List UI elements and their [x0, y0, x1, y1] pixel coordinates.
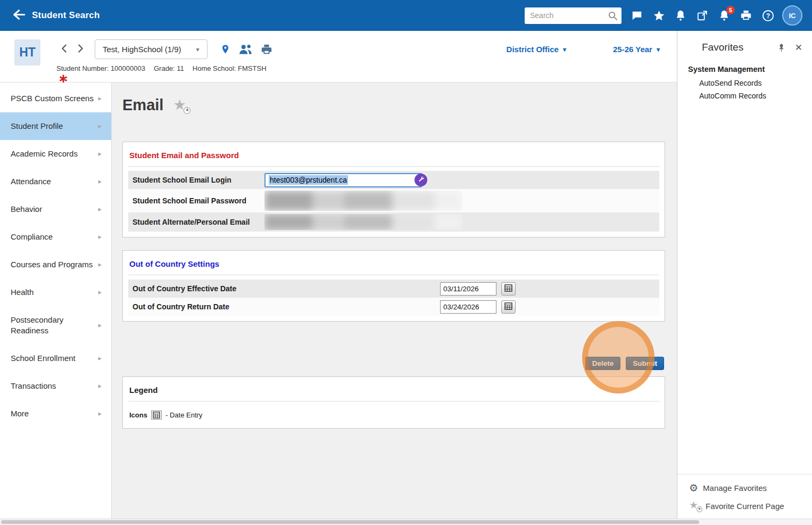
student-selector-label: Test, HighSchool (1/9)	[103, 45, 181, 54]
sidebar-item-attendance[interactable]: Attendance▸	[0, 168, 111, 195]
user-avatar[interactable]: IC	[782, 5, 802, 26]
favorites-group-title: System Management	[677, 61, 812, 77]
sidebar-item-health[interactable]: Health▸	[0, 278, 111, 306]
sidebar-item-school-enrollment[interactable]: School Enrollment▸	[0, 344, 111, 372]
share-export-icon[interactable]	[695, 9, 709, 22]
ooc-section-title: Out of Country Settings	[128, 256, 659, 275]
chevron-right-icon: ▸	[98, 287, 102, 298]
close-panel-icon[interactable]: ✕	[795, 43, 802, 52]
email-password-label: Student School Email Password	[132, 196, 264, 205]
chevron-right-icon: ▸	[98, 232, 102, 242]
ooc-effective-date-row: Out of Country Effective Date	[128, 280, 659, 298]
alerts-badge: 5	[726, 6, 735, 14]
chevron-left-icon	[59, 43, 70, 56]
student-number: Student Number: 100000003	[56, 64, 145, 72]
favorites-panel: Favorites ✕ System Management AutoSend R…	[677, 31, 812, 519]
chevron-right-icon: ▸	[98, 204, 102, 215]
wrench-icon	[418, 176, 425, 184]
chevron-right-icon	[74, 43, 86, 56]
ooc-return-date-calendar-button[interactable]	[501, 300, 516, 314]
ooc-effective-date-label: Out of Country Effective Date	[132, 284, 264, 293]
ooc-return-date-row: Out of Country Return Date	[128, 298, 659, 316]
chevron-right-icon: ▸	[98, 176, 102, 187]
student-header: HT Test, HighSchool (1/9)	[0, 31, 677, 83]
submit-button[interactable]: Submit	[626, 357, 664, 370]
location-pin-icon[interactable]	[220, 43, 230, 55]
staff-group-icon[interactable]	[238, 44, 253, 55]
chevron-right-icon: ▸	[98, 381, 102, 391]
favorite-page-star-icon[interactable]: ★ +	[173, 98, 189, 113]
app-title: Student Search	[32, 10, 100, 21]
sidebar-item-pscb-custom-screens[interactable]: PSCB Custom Screens▸	[0, 85, 111, 112]
student-grade: Grade: 11	[154, 64, 184, 72]
delete-button[interactable]: Delete	[585, 357, 621, 370]
sidebar-item-behavior[interactable]: Behavior▸	[0, 195, 111, 223]
student-home-school: Home School: FMSTSH	[193, 64, 267, 72]
legend-date-entry-text: - Date Entry	[165, 411, 202, 419]
horizontal-scrollbar-thumb[interactable]	[1, 520, 699, 524]
previous-student-button[interactable]	[56, 42, 72, 58]
student-initials-badge: HT	[14, 39, 40, 65]
print-student-icon[interactable]	[261, 44, 272, 55]
email-login-label: Student School Email Login	[132, 176, 264, 184]
search-input[interactable]	[525, 7, 622, 24]
chevron-right-icon: ▸	[98, 353, 102, 364]
sidebar-item-transactions[interactable]: Transactions▸	[0, 372, 111, 400]
caret-down-icon: ▾	[563, 46, 566, 53]
calendar-grid-icon	[504, 284, 512, 293]
sidebar-item-academic-records[interactable]: Academic Records▸	[0, 140, 111, 168]
help-icon[interactable]: ?	[761, 9, 775, 22]
redacted-alternate-email-value	[264, 214, 462, 230]
student-selector-dropdown[interactable]: Test, HighSchool (1/9) ▾	[95, 39, 208, 59]
school-scope-dropdown[interactable]: District Office ▾	[507, 45, 566, 54]
chevron-right-icon: ▸	[98, 121, 102, 132]
ooc-return-date-input[interactable]	[440, 300, 496, 314]
manage-favorites-button[interactable]: ⚙ Manage Favorites	[689, 479, 807, 497]
email-login-input[interactable]: htest003@prstudent.ca	[264, 173, 422, 187]
alternate-email-label: Student Alternate/Personal Email	[132, 218, 264, 226]
calendar-grid-icon	[151, 411, 162, 420]
email-login-selected-text: htest003@prstudent.ca	[269, 175, 348, 185]
pin-panel-icon[interactable]	[777, 43, 786, 52]
sidebar-item-student-profile[interactable]: Student Profile▸	[0, 112, 111, 140]
year-term-dropdown[interactable]: 25-26 Year ▾	[613, 45, 660, 54]
messages-icon[interactable]	[630, 9, 644, 22]
legend-title: Legend	[128, 382, 659, 401]
ooc-effective-date-calendar-button[interactable]	[501, 282, 516, 296]
main-content: Email ★ + Student Email and Password Stu…	[112, 83, 677, 519]
chevron-right-icon: ▸	[98, 149, 102, 159]
form-actions: Delete Submit	[122, 357, 664, 370]
topbar-icon-group: 5 ?	[630, 9, 775, 22]
caret-down-icon: ▾	[196, 46, 200, 53]
star-plus-icon: ★ +	[689, 501, 701, 511]
print-icon[interactable]	[739, 9, 753, 22]
search-icon[interactable]	[608, 11, 618, 23]
notifications-bell-icon[interactable]	[674, 9, 687, 22]
email-login-row: Student School Email Login htest003@prst…	[128, 171, 659, 189]
next-student-button[interactable]	[72, 42, 88, 58]
email-password-section: Student Email and Password Student Schoo…	[122, 142, 665, 237]
back-button[interactable]	[7, 5, 29, 26]
favorite-current-page-button[interactable]: ★ + Favorite Current Page	[689, 497, 807, 514]
sidebar-item-compliance[interactable]: Compliance▸	[0, 223, 111, 251]
calendar-grid-icon	[504, 302, 512, 311]
email-tools-button[interactable]	[415, 174, 427, 186]
school-scope-label: District Office	[507, 45, 559, 54]
redacted-password-value	[264, 191, 462, 211]
favorites-link-autosend-records[interactable]: AutoSend Records	[677, 77, 812, 89]
sidebar-item-courses-and-programs[interactable]: Courses and Programs▸	[0, 251, 111, 278]
chevron-right-icon: ▸	[98, 320, 102, 331]
chevron-right-icon: ▸	[98, 259, 102, 270]
sidebar-item-postsecondary-readiness[interactable]: Postsecondary Readiness▸	[0, 306, 111, 344]
horizontal-scrollbar	[0, 519, 812, 525]
alternate-email-row: Student Alternate/Personal Email	[128, 212, 659, 232]
ooc-effective-date-input[interactable]	[440, 282, 496, 296]
chevron-right-icon: ▸	[98, 93, 102, 104]
caret-down-icon: ▾	[657, 46, 660, 53]
sidebar-item-more[interactable]: More▸	[0, 400, 111, 428]
favorites-star-icon[interactable]	[652, 9, 666, 22]
legend-icons-label: Icons	[129, 411, 147, 419]
favorites-link-autocomm-records[interactable]: AutoComm Records	[677, 89, 812, 102]
ooc-return-date-label: Out of Country Return Date	[132, 302, 264, 311]
alerts-bell-icon[interactable]: 5	[717, 9, 731, 22]
